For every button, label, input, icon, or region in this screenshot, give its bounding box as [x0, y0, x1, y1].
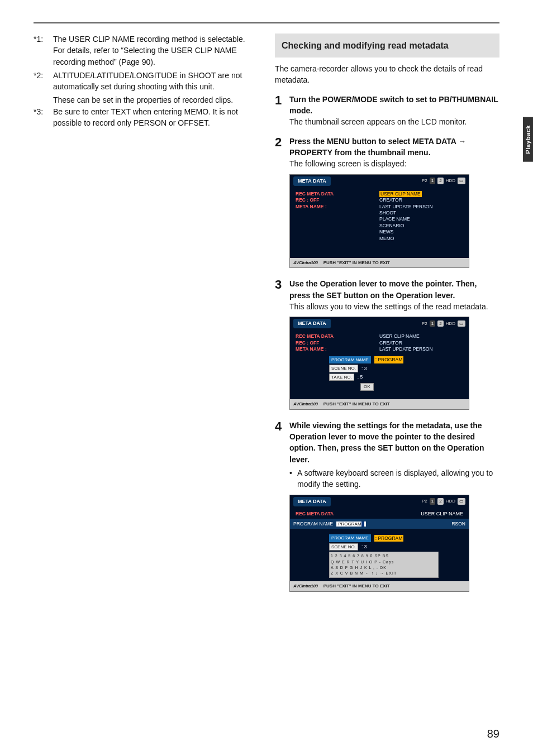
note-1-body: The USER CLIP NAME recording method is s…: [53, 34, 258, 68]
shot2-title: META DATA: [293, 319, 331, 328]
shot1-brand: AVCIntra100: [293, 260, 318, 266]
shot1-sce: SCENARIO: [379, 223, 463, 229]
take-no-val: : 5: [358, 374, 363, 380]
step-1-num: 1: [275, 94, 289, 128]
edit-field-label: PROGRAM NAME: [293, 521, 333, 527]
edit-field-value: PROGRAM: [338, 521, 361, 527]
kbd-row-3: A S D F G H J K L , . OK: [331, 565, 437, 571]
step-4: 4 While viewing the settings for the met…: [275, 420, 499, 594]
note-2-cont: These can be set in the properties of re…: [53, 94, 258, 106]
screenshot-2: META DATA P2 1 2 HDD ▭: [289, 317, 469, 410]
step-1-head: Turn the POWER/MODE switch to set to PB/…: [289, 94, 499, 117]
note-3-key: *3:: [34, 106, 53, 129]
screenshot-3: META DATA P2 1 2 HDD ▭ REC META DATA: [289, 495, 469, 592]
shot1-l3: META NAME :: [296, 204, 379, 210]
left-column: *1: The USER CLIP NAME recording method …: [34, 34, 258, 594]
section-heading: Checking and modifying read metadata: [275, 34, 499, 58]
note-3: *3: Be sure to enter TEXT when entering …: [34, 106, 258, 129]
step-2-num: 2: [275, 136, 289, 271]
kbd-row-2: Q W E R T Y U I O P - Caps: [331, 559, 437, 565]
kbd-row-1: 1 2 3 4 5 6 7 8 9 0 SP BS: [331, 553, 437, 559]
slot-2-badge: 2: [437, 178, 443, 184]
step-2-body: The following screen is displayed:: [289, 158, 499, 169]
note-2: *2: ALTITUDE/LATITUDE/LONGITUDE in SHOOT…: [34, 70, 258, 93]
step-3: 3 Use the Operation lever to move the po…: [275, 278, 499, 412]
slot-1-badge: 1: [430, 178, 435, 184]
hdd-gauge-icon: ▭: [458, 320, 465, 327]
shot1-usr: USER CLIP NAME: [379, 191, 422, 197]
note-2-body: ALTITUDE/LATITUDE/LONGITUDE in SHOOT are…: [53, 70, 258, 93]
step-4-head: While viewing the settings for the metad…: [289, 420, 499, 465]
step-3-num: 3: [275, 278, 289, 412]
page-number: 89: [487, 728, 499, 740]
prog-name-label: PROGRAM NAME: [329, 356, 371, 364]
p2-label: P2: [422, 178, 427, 184]
side-tab: Playback: [523, 117, 533, 162]
shot1-l1: REC META DATA: [296, 191, 379, 197]
step-1: 1 Turn the POWER/MODE switch to set to P…: [275, 94, 499, 128]
step-2: 2 Press the MENU button to select META D…: [275, 136, 499, 271]
step-4-bullet: A software keyboard screen is displayed,…: [297, 467, 499, 490]
section-intro: The camera-recorder allows you to check …: [275, 63, 499, 86]
note-1-key: *1:: [34, 34, 53, 68]
shot1-l2: REC : OFF: [296, 197, 379, 203]
step-4-num: 4: [275, 420, 289, 594]
right-column: Checking and modifying read metadata The…: [275, 34, 499, 594]
hdd-gauge-icon: ▭: [458, 178, 465, 184]
bullet-icon: •: [289, 467, 297, 490]
shot1-title: META DATA: [293, 176, 331, 186]
top-rule: [34, 22, 499, 23]
hdd-label: HDD: [446, 178, 455, 184]
soft-keyboard: 1 2 3 4 5 6 7 8 9 0 SP BS Q W E R T Y U …: [329, 552, 439, 578]
note-3-body: Be sure to enter TEXT when entering MEMO…: [53, 106, 258, 129]
shot1-mem: MEMO: [379, 236, 463, 242]
scene-no-val: : 3: [361, 365, 367, 372]
shot3-title: META DATA: [293, 497, 331, 506]
shot1-cre: CREATOR: [379, 197, 463, 203]
step-1-body: The thumbnail screen appears on the LCD …: [289, 116, 499, 127]
step-2-head: Press the MENU button to select META DAT…: [289, 136, 499, 159]
prog-name-val: : PROGRAM: [374, 356, 404, 363]
shot1-pla: PLACE NAME: [379, 216, 463, 222]
note-1: *1: The USER CLIP NAME recording method …: [34, 34, 258, 68]
shot1-foot: PUSH "EXIT" IN MENU TO EXIT: [323, 260, 390, 266]
screenshot-1: META DATA P2 1 2 HDD ▭ REC META D: [289, 174, 469, 269]
note-2-key: *2:: [34, 70, 53, 93]
scene-no-label: SCENE NO.: [329, 365, 358, 372]
shot1-sho: SHOOT: [379, 210, 463, 216]
hdd-gauge-icon: ▭: [458, 498, 465, 505]
step-3-head: Use the Operation lever to move the poin…: [289, 278, 499, 301]
shot1-new: NEWS: [379, 229, 463, 235]
kbd-row-4: Z X C V B N M ← ↑ ↓ → EXIT: [331, 571, 437, 576]
rson-fragment: RSON: [451, 520, 465, 527]
text-cursor-icon: [361, 521, 364, 527]
step-3-body: This allows you to view the settings of …: [289, 301, 499, 312]
take-no-label: TAKE NO.: [329, 374, 354, 381]
ok-button: OK: [360, 383, 374, 391]
shot1-lup: LAST UPDATE PERSON: [379, 204, 463, 210]
